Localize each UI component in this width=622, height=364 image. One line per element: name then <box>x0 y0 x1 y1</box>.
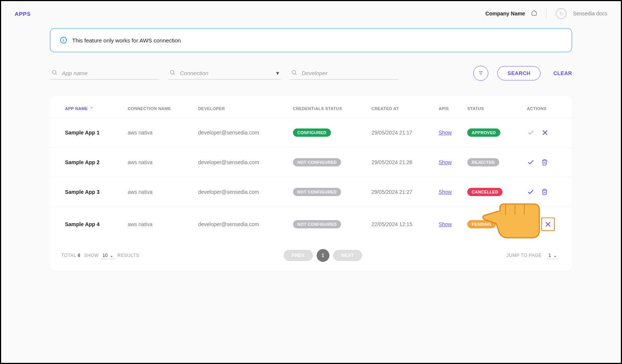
jump-label: JUMP TO PAGE <box>507 253 542 258</box>
next-button[interactable]: NEXT <box>333 250 362 261</box>
approve-icon[interactable] <box>527 159 534 166</box>
table-row: Sample App 4aws nativadeveloper@sensedia… <box>50 207 572 242</box>
svg-point-0 <box>53 70 56 74</box>
status-cell: PENDING <box>463 207 523 242</box>
table-row: Sample App 3aws nativadeveloper@sensedia… <box>50 177 572 207</box>
page-size-value: 10 <box>103 253 107 258</box>
sort-asc-icon: ⌃ <box>90 107 93 111</box>
developer-cell: developer@sensedia.com <box>195 118 289 148</box>
loading-icon: ↻ <box>556 8 567 19</box>
search-icon <box>291 69 297 77</box>
show-label: SHOW <box>84 253 99 258</box>
svg-line-1 <box>56 74 57 75</box>
reject-icon[interactable] <box>541 217 555 231</box>
chevron-down-icon: ⌄ <box>553 253 557 258</box>
table-row: Sample App 1aws nativadeveloper@sensedia… <box>50 118 572 148</box>
developer-input[interactable] <box>302 70 397 76</box>
approve-icon[interactable] <box>527 188 534 196</box>
col-apis[interactable]: APIS <box>435 96 463 118</box>
info-text: This feature only works for AWS connecti… <box>72 37 181 44</box>
page-number[interactable]: 1 <box>317 249 329 262</box>
col-developer[interactable]: DEVELOPER <box>195 96 289 118</box>
connection-cell: aws nativa <box>124 207 195 242</box>
divider <box>546 8 547 19</box>
reject-icon[interactable] <box>541 129 549 136</box>
page-title: APPS <box>15 11 31 17</box>
connection-cell: aws nativa <box>124 118 195 148</box>
created-cell: 29/05/2024 21:26 <box>368 148 435 177</box>
developer-cell: developer@sensedia.com <box>195 207 289 242</box>
col-connection[interactable]: CONNECTION NAME <box>124 96 195 118</box>
delete-icon[interactable] <box>541 159 548 166</box>
show-apis-link[interactable]: Show <box>439 130 452 136</box>
app-name-cell: Sample App 4 <box>50 207 124 242</box>
status-cell: REJECTED <box>463 148 523 177</box>
app-name-input[interactable] <box>62 70 157 76</box>
created-cell: 29/05/2024 21:27 <box>368 177 435 207</box>
connection-cell: aws nativa <box>124 148 195 177</box>
total-label: TOTAL <box>61 253 76 258</box>
approve-icon[interactable] <box>527 221 534 228</box>
status-cell: CANCELLED <box>463 177 523 207</box>
svg-point-4 <box>292 70 296 74</box>
prev-button[interactable]: PREV <box>284 250 313 261</box>
filter-icon-button[interactable] <box>473 66 488 81</box>
cred-status-cell: NOT CONFIGURED <box>289 177 368 207</box>
actions-cell <box>523 148 572 177</box>
cred-status-cell: NOT CONFIGURED <box>289 207 368 242</box>
status-badge: CANCELLED <box>467 188 503 196</box>
apis-cell: Show <box>435 207 463 242</box>
delete-icon[interactable] <box>541 189 548 195</box>
developer-cell: developer@sensedia.com <box>195 177 289 207</box>
created-cell: 29/05/2024 21:17 <box>368 118 435 148</box>
status-cell: APPROVED <box>463 118 523 148</box>
col-app-name[interactable]: APP NAME ⌃ <box>50 96 124 118</box>
jump-page-value: 1 <box>548 253 551 258</box>
svg-line-5 <box>295 74 296 75</box>
app-name-cell: Sample App 1 <box>50 118 124 148</box>
topbar: APPS Company Name ↻ Sensedia docs <box>1 1 621 26</box>
jump-page-select[interactable]: 1 ⌄ <box>547 252 559 259</box>
apis-cell: Show <box>435 118 463 148</box>
col-status[interactable]: STATUS <box>463 96 523 118</box>
cred-badge: NOT CONFIGURED <box>293 158 341 166</box>
show-apis-link[interactable]: Show <box>439 221 452 227</box>
cred-status-cell: CONFIGURED <box>289 118 368 148</box>
page-size-select[interactable]: 10 ⌄ <box>101 252 115 259</box>
total-value: 6 <box>78 253 80 258</box>
col-created[interactable]: CREATED AT <box>368 96 435 118</box>
connection-cell: aws nativa <box>124 177 195 207</box>
home-icon[interactable] <box>531 10 537 17</box>
created-cell: 22/05/2024 12:15 <box>368 207 435 242</box>
search-icon <box>51 69 57 77</box>
chevron-down-icon[interactable]: ▾ <box>276 69 279 77</box>
svg-point-2 <box>171 70 174 74</box>
clear-button[interactable]: CLEAR <box>553 70 572 76</box>
status-badge: PENDING <box>467 220 496 228</box>
approve-icon[interactable] <box>527 129 534 136</box>
search-button[interactable]: SEARCH <box>497 66 540 80</box>
info-banner: i This feature only works for AWS connec… <box>50 28 572 52</box>
docs-link[interactable]: Sensedia docs <box>573 11 607 17</box>
actions-cell <box>523 207 572 242</box>
status-badge: APPROVED <box>467 128 500 137</box>
col-actions: ACTIONS <box>523 96 572 118</box>
apis-cell: Show <box>435 148 463 177</box>
cred-badge: CONFIGURED <box>293 128 331 137</box>
show-apis-link[interactable]: Show <box>439 189 452 195</box>
filter-bar: ▾ SEARCH CLEAR <box>50 66 572 81</box>
developer-field[interactable] <box>290 67 399 80</box>
show-apis-link[interactable]: Show <box>439 159 452 165</box>
chevron-down-icon: ⌄ <box>110 253 113 258</box>
app-name-cell: Sample App 3 <box>50 177 124 207</box>
col-cred-status[interactable]: CREDENTIALS STATUS <box>289 96 368 118</box>
search-icon <box>169 69 175 77</box>
cred-status-cell: NOT CONFIGURED <box>289 148 368 177</box>
results-label: RESULTS <box>117 253 139 258</box>
developer-cell: developer@sensedia.com <box>195 148 289 177</box>
cred-badge: NOT CONFIGURED <box>293 188 341 196</box>
app-name-field[interactable] <box>50 67 159 80</box>
connection-input[interactable] <box>180 70 272 76</box>
table-row: Sample App 2aws nativadeveloper@sensedia… <box>50 148 572 177</box>
connection-field[interactable]: ▾ <box>168 67 281 80</box>
